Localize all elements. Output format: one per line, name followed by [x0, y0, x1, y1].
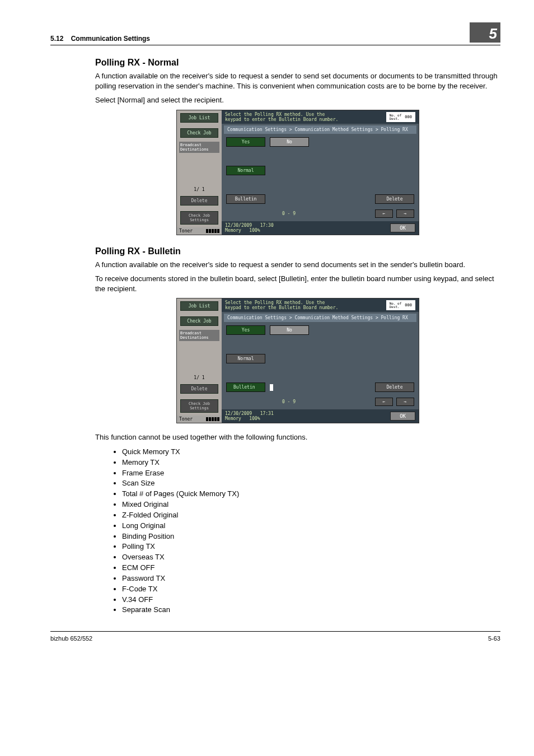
screenshot-right-panel: Select the Polling RX method. Use the ke… — [222, 298, 419, 423]
check-job-button[interactable]: Check Job — [180, 128, 218, 138]
footer-left: bizhub 652/552 — [50, 635, 92, 642]
polling-rx-bulletin-heading: Polling RX - Bulletin — [95, 246, 500, 256]
list-item: Quick Memory TX — [122, 447, 500, 458]
polling-rx-bulletin-instruction: To receive documents stored in the bulle… — [95, 274, 500, 293]
range-label: 0 - 9 — [282, 399, 296, 404]
bulletin-button[interactable]: Bulletin — [226, 194, 265, 204]
list-item: Z-Folded Original — [122, 510, 500, 521]
memory-label: Memory — [225, 228, 241, 233]
normal-button[interactable]: Normal — [226, 166, 265, 175]
dest-label: No. of Dest. — [390, 114, 402, 120]
footer-right: 5-63 — [488, 635, 500, 642]
page-indicator: 1/ 1 — [177, 187, 222, 192]
chapter-number: 5 — [470, 22, 500, 43]
ok-button[interactable]: OK — [390, 412, 415, 421]
section-title: Communication Settings — [71, 35, 150, 43]
list-item: V.34 OFF — [122, 595, 500, 605]
screenshot-normal: Job List Check Job Broadcast Destination… — [176, 110, 419, 235]
toner-indicator: Toner — [177, 227, 222, 235]
screenshot-bottom-bar: 12/30/2009 17:31 Memory 100% OK — [222, 409, 419, 423]
arrow-right-button[interactable]: → — [396, 398, 414, 406]
list-item: Memory TX — [122, 458, 500, 468]
bulletin-label: Bulletin — [233, 385, 255, 390]
breadcrumb: Communication Settings > Communication M… — [224, 125, 416, 134]
dest-count: 000 — [405, 303, 412, 307]
list-item: ECM OFF — [122, 563, 500, 573]
delete-button[interactable]: Delete — [375, 382, 414, 392]
arrow-right-button[interactable]: → — [396, 209, 414, 218]
check-job-settings-button[interactable]: Check Job Settings — [180, 399, 218, 413]
memory-pct: 100% — [249, 416, 260, 421]
dest-badge: No. of Dest. 000 — [386, 300, 415, 310]
broadcast-label: Broadcast Destinations — [179, 330, 219, 341]
screenshot-right-panel: Select the Polling RX method. Use the ke… — [222, 110, 419, 235]
list-item: Long Original — [122, 521, 500, 531]
time: 17:30 — [260, 223, 274, 228]
incompatible-list: Quick Memory TXMemory TXFrame EraseScan … — [95, 447, 500, 616]
bottom-info: 12/30/2009 17:31 Memory 100% — [225, 411, 274, 421]
toner-indicator: Toner — [177, 416, 222, 423]
section-number: 5.12 — [50, 35, 63, 43]
breadcrumb: Communication Settings > Communication M… — [224, 314, 416, 322]
screenshot-bulletin: Job List Check Job Broadcast Destination… — [176, 298, 419, 423]
arrow-left-button[interactable]: ← — [375, 398, 393, 406]
polling-rx-normal-instruction: Select [Normal] and select the recipient… — [95, 95, 500, 105]
polling-rx-bulletin-desc: A function available on the receiver's s… — [95, 260, 500, 270]
dest-label: No. of Dest. — [390, 302, 402, 309]
list-item: F-Code TX — [122, 584, 500, 595]
no-button[interactable]: No — [270, 137, 309, 147]
list-item: Overseas TX — [122, 552, 500, 563]
job-list-button[interactable]: Job List — [180, 301, 218, 311]
range-label: 0 - 9 — [282, 211, 296, 216]
dest-badge: No. of Dest. 000 — [386, 112, 415, 122]
memory-label: Memory — [225, 416, 241, 421]
page-footer: bizhub 652/552 5-63 — [50, 631, 500, 642]
no-button[interactable]: No — [270, 325, 309, 335]
screenshot-left-panel: Job List Check Job Broadcast Destination… — [177, 110, 222, 235]
page-header: 5.12 Communication Settings 5 — [50, 22, 500, 45]
list-item: Binding Position — [122, 531, 500, 542]
date: 12/30/2009 — [225, 223, 252, 228]
screenshot-bottom-bar: 12/30/2009 17:30 Memory 100% OK — [222, 221, 419, 235]
list-item: Separate Scan — [122, 605, 500, 615]
list-item: Polling TX — [122, 542, 500, 552]
toner-label: Toner — [179, 417, 193, 422]
job-list-button[interactable]: Job List — [180, 113, 218, 123]
left-delete-button[interactable]: Delete — [180, 196, 218, 206]
screenshot-top-bar: Select the Polling RX method. Use the ke… — [222, 298, 419, 312]
memory-pct: 100% — [249, 228, 260, 233]
date: 12/30/2009 — [225, 411, 252, 416]
list-item: Password TX — [122, 573, 500, 584]
header-left: 5.12 Communication Settings — [50, 35, 150, 43]
left-delete-button[interactable]: Delete — [180, 384, 218, 394]
dest-count: 000 — [405, 115, 412, 119]
list-item: Mixed Original — [122, 500, 500, 510]
check-job-settings-button[interactable]: Check Job Settings — [180, 211, 218, 225]
list-item: Scan Size — [122, 478, 500, 489]
bulletin-button[interactable]: Bulletin — [226, 382, 265, 392]
polling-rx-normal-desc: A function available on the receiver's s… — [95, 71, 500, 91]
bottom-info: 12/30/2009 17:30 Memory 100% — [225, 223, 274, 233]
input-cursor-icon — [270, 384, 273, 391]
page-indicator: 1/ 1 — [177, 375, 222, 380]
toner-label: Toner — [179, 228, 193, 234]
yes-button[interactable]: Yes — [226, 137, 265, 147]
broadcast-label: Broadcast Destinations — [179, 142, 219, 153]
hint-text: Select the Polling RX method. Use the ke… — [225, 300, 338, 310]
delete-button[interactable]: Delete — [375, 194, 414, 204]
list-item: Total # of Pages (Quick Memory TX) — [122, 489, 500, 500]
list-item: Frame Erase — [122, 468, 500, 479]
hint-text: Select the Polling RX method. Use the ke… — [225, 112, 338, 122]
check-job-button[interactable]: Check Job — [180, 316, 218, 326]
screenshot-left-panel: Job List Check Job Broadcast Destination… — [177, 298, 222, 423]
incompatible-intro: This function cannot be used together wi… — [95, 432, 500, 442]
screenshot-top-bar: Select the Polling RX method. Use the ke… — [222, 110, 419, 124]
time: 17:31 — [260, 411, 274, 416]
normal-button[interactable]: Normal — [226, 354, 265, 363]
arrow-left-button[interactable]: ← — [375, 209, 393, 218]
polling-rx-normal-heading: Polling RX - Normal — [95, 58, 500, 68]
ok-button[interactable]: OK — [390, 223, 415, 232]
yes-button[interactable]: Yes — [226, 325, 265, 335]
